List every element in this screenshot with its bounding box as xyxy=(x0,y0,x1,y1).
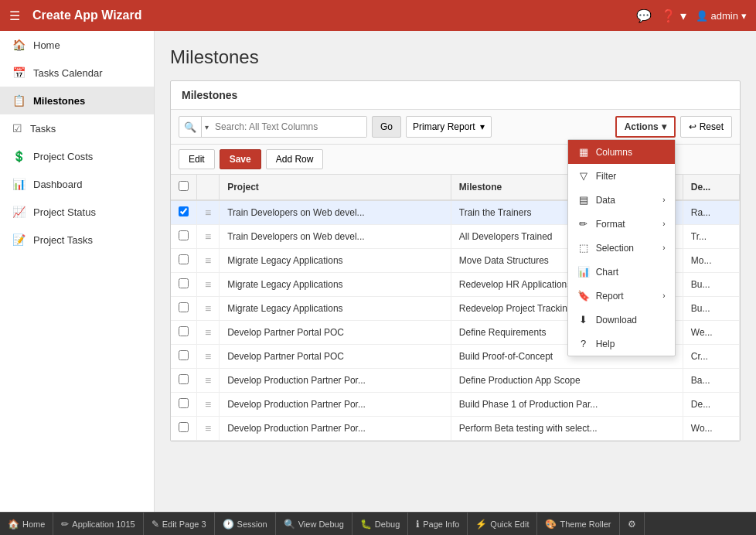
col-project[interactable]: Project xyxy=(220,175,451,200)
row-checkbox[interactable] xyxy=(179,230,189,240)
chat-icon[interactable]: 💬 xyxy=(636,9,652,23)
dropdown-item-format[interactable]: ✏ Format › xyxy=(568,212,675,236)
row-checkbox[interactable] xyxy=(179,374,189,384)
edit-button[interactable]: Edit xyxy=(179,149,215,169)
dropdown-item-help[interactable]: ? Help xyxy=(568,332,675,356)
row-checkbox-cell[interactable] xyxy=(171,273,197,297)
row-drag-handle[interactable]: ≡ xyxy=(197,225,220,249)
dropdown-item-selection[interactable]: ⬚ Selection › xyxy=(568,236,675,260)
row-checkbox-cell[interactable] xyxy=(171,297,197,321)
actions-button[interactable]: Actions ▾ xyxy=(615,116,676,138)
dropdown-label-columns: Columns xyxy=(596,147,632,158)
status-application[interactable]: ✏ Application 1015 xyxy=(53,513,143,535)
dropdown-label-data: Data xyxy=(596,195,615,206)
dropdown-item-chart[interactable]: 📊 Chart xyxy=(568,260,675,284)
reset-button[interactable]: ↩ Reset xyxy=(680,116,732,138)
status-quick-edit[interactable]: ⚡ Quick Edit xyxy=(468,513,537,535)
selection-submenu-arrow: › xyxy=(662,244,665,252)
row-checkbox[interactable] xyxy=(179,302,189,312)
row-checkbox-cell[interactable] xyxy=(171,417,197,441)
row-drag-handle[interactable]: ≡ xyxy=(197,249,220,273)
sidebar-item-project-tasks[interactable]: 📝 Project Tasks xyxy=(0,226,154,254)
actions-chevron-icon: ▾ xyxy=(662,121,666,132)
row-checkbox-cell[interactable] xyxy=(171,345,197,369)
row-checkbox-cell[interactable] xyxy=(171,393,197,417)
status-debug[interactable]: 🐛 Debug xyxy=(352,513,408,535)
row-drag-handle[interactable]: ≡ xyxy=(197,321,220,345)
dropdown-item-filter[interactable]: ▽ Filter xyxy=(568,164,675,188)
status-clock-icon: 🕐 xyxy=(223,519,234,530)
search-icon[interactable]: 🔍 xyxy=(179,117,201,137)
row-milestone: Perform Beta testing with select... xyxy=(451,417,683,441)
header-icons: 💬 ❓ ▾ 👤 admin ▾ xyxy=(636,9,747,23)
sidebar-item-project-status[interactable]: 📈 Project Status xyxy=(0,198,154,226)
add-row-button[interactable]: Add Row xyxy=(266,149,324,169)
status-view-debug[interactable]: 🔍 View Debug xyxy=(276,513,352,535)
row-checkbox-cell[interactable] xyxy=(171,369,197,393)
row-checkbox[interactable] xyxy=(179,350,189,360)
columns-icon: ▦ xyxy=(577,146,590,158)
page-title: Milestones xyxy=(170,46,741,68)
row-drag-handle[interactable]: ≡ xyxy=(197,273,220,297)
row-project: Develop Production Partner Por... xyxy=(220,417,451,441)
status-settings[interactable]: ⚙ xyxy=(620,513,645,535)
status-icon: 📈 xyxy=(12,206,26,218)
data-icon: ▤ xyxy=(577,194,590,206)
row-checkbox-cell[interactable] xyxy=(171,225,197,249)
search-chevron[interactable]: ▾ xyxy=(201,117,212,137)
status-page-info[interactable]: ℹ Page Info xyxy=(408,513,468,535)
row-desc: Bu... xyxy=(683,273,739,297)
go-button[interactable]: Go xyxy=(372,116,401,138)
row-checkbox-cell[interactable] xyxy=(171,249,197,273)
row-project: Develop Partner Portal POC xyxy=(220,345,451,369)
row-checkbox-cell[interactable] xyxy=(171,321,197,345)
top-header: ☰ Create App Wizard 💬 ❓ ▾ 👤 admin ▾ xyxy=(0,0,756,31)
search-input[interactable] xyxy=(212,117,366,137)
sidebar-item-tasks-calendar[interactable]: 📅 Tasks Calendar xyxy=(0,59,154,87)
select-all-checkbox[interactable] xyxy=(179,181,189,191)
row-project: Develop Production Partner Por... xyxy=(220,369,451,393)
primary-report-select[interactable]: Primary Report ▾ xyxy=(406,116,492,138)
sidebar-item-dashboard[interactable]: 📊 Dashboard xyxy=(0,170,154,198)
row-checkbox[interactable] xyxy=(179,326,189,336)
row-checkbox[interactable] xyxy=(179,254,189,264)
sidebar-item-tasks[interactable]: ☑ Tasks xyxy=(0,114,154,142)
sidebar-item-home[interactable]: 🏠 Home xyxy=(0,31,154,59)
sidebar-item-project-costs[interactable]: 💲 Project Costs xyxy=(0,142,154,170)
sidebar-item-milestones[interactable]: 📋 Milestones xyxy=(0,87,154,114)
help-icon[interactable]: ❓ ▾ xyxy=(661,9,686,23)
row-project: Migrate Legacy Applications xyxy=(220,249,451,273)
row-drag-handle[interactable]: ≡ xyxy=(197,200,220,225)
row-desc: Mo... xyxy=(683,249,739,273)
tasks-icon: ☑ xyxy=(12,122,22,135)
row-checkbox[interactable] xyxy=(179,278,189,288)
dropdown-item-report[interactable]: 🔖 Report › xyxy=(568,284,675,308)
dropdown-label-report: Report xyxy=(596,291,624,302)
row-drag-handle[interactable]: ≡ xyxy=(197,345,220,369)
sidebar-label-tasks-calendar: Tasks Calendar xyxy=(33,67,103,79)
selection-icon: ⬚ xyxy=(577,242,590,254)
status-edit-page[interactable]: ✎ Edit Page 3 xyxy=(144,513,215,535)
row-checkbox[interactable] xyxy=(179,206,189,216)
dropdown-item-download[interactable]: ⬇ Download xyxy=(568,308,675,332)
status-theme-roller[interactable]: 🎨 Theme Roller xyxy=(537,513,619,535)
row-checkbox[interactable] xyxy=(179,422,189,432)
status-session[interactable]: 🕐 Session xyxy=(215,513,276,535)
help-menu-icon: ? xyxy=(577,338,590,349)
dropdown-item-data[interactable]: ▤ Data › xyxy=(568,188,675,212)
row-drag-handle[interactable]: ≡ xyxy=(197,297,220,321)
admin-menu[interactable]: 👤 admin ▾ xyxy=(696,10,747,22)
data-submenu-arrow: › xyxy=(662,196,665,204)
row-checkbox[interactable] xyxy=(179,398,189,408)
status-page-icon: ✎ xyxy=(152,519,159,530)
row-drag-handle[interactable]: ≡ xyxy=(197,393,220,417)
row-checkbox-cell[interactable] xyxy=(171,200,197,225)
sidebar-label-tasks: Tasks xyxy=(30,123,56,135)
row-drag-handle[interactable]: ≡ xyxy=(197,417,220,441)
status-home[interactable]: 🏠 Home xyxy=(0,513,53,535)
dropdown-item-columns[interactable]: ▦ Columns xyxy=(568,140,675,164)
col-desc[interactable]: De... xyxy=(683,175,739,200)
row-drag-handle[interactable]: ≡ xyxy=(197,369,220,393)
save-button[interactable]: Save xyxy=(220,149,261,169)
hamburger-menu[interactable]: ☰ xyxy=(9,9,20,23)
